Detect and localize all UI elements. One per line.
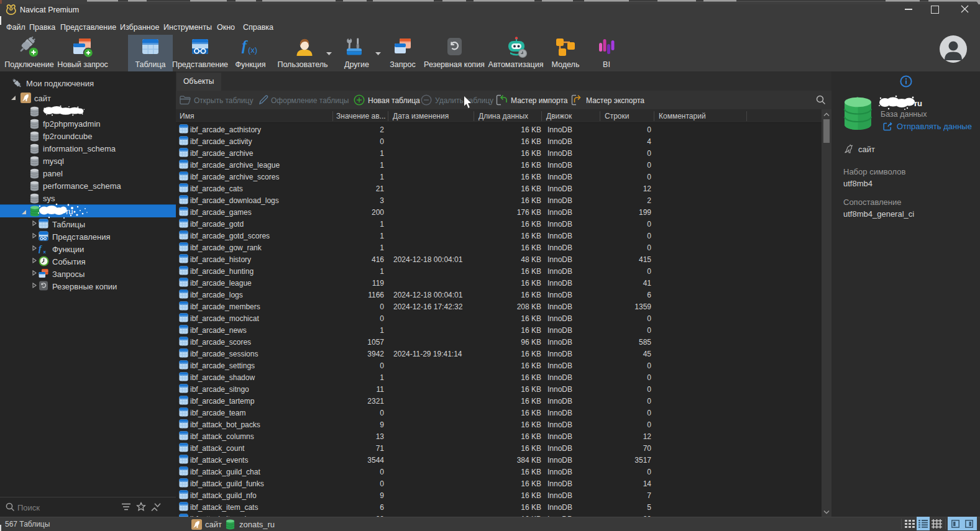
svg-text:f: f bbox=[39, 244, 42, 253]
svg-text:f: f bbox=[242, 37, 248, 53]
svg-text:(x): (x) bbox=[248, 45, 257, 55]
svg-text:x: x bbox=[44, 249, 47, 254]
